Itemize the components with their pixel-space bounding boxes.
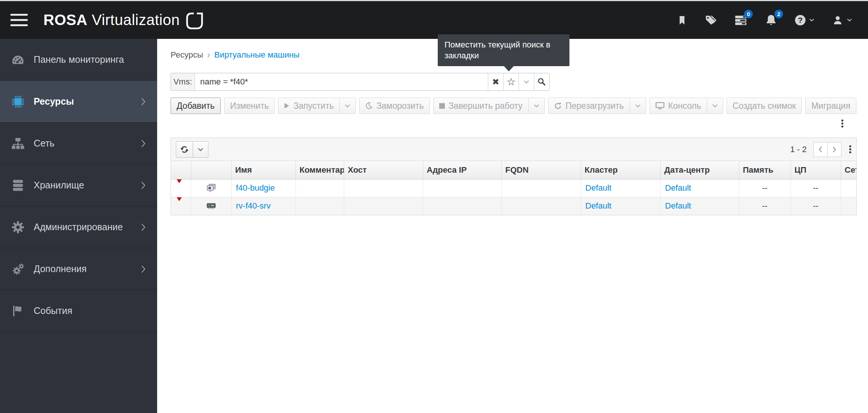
breadcrumb-current[interactable]: Виртуальные машины — [214, 50, 300, 60]
snapshot-button[interactable]: Создать снимок — [727, 98, 802, 114]
sidebar-item-addons[interactable]: Дополнения — [0, 248, 157, 290]
tasks-button[interactable]: 0 — [734, 14, 747, 27]
prev-page-button[interactable] — [813, 142, 828, 157]
cpu-cell: -- — [791, 179, 841, 197]
add-vm-button[interactable]: Добавить — [171, 98, 221, 114]
tags-button[interactable] — [705, 14, 717, 26]
vm-name-link[interactable]: rv-f40-srv — [236, 201, 271, 210]
datacenter-link[interactable]: Default — [665, 201, 691, 210]
run-vm-dropdown[interactable] — [339, 98, 356, 114]
search-icon — [537, 77, 546, 86]
column-memory[interactable]: Память — [739, 161, 791, 179]
bookmark-search-tooltip: Поместить текущий поиск в закладки — [438, 34, 569, 66]
clear-icon: ✖ — [492, 77, 499, 87]
vm-row[interactable]: f40-budgie Default Default -- -- — [171, 179, 856, 197]
ip-cell — [423, 197, 501, 215]
migrate-button[interactable]: Миграция — [805, 98, 856, 114]
run-vm-button[interactable]: Запустить — [278, 98, 340, 114]
status-cell — [171, 179, 191, 197]
shutdown-vm-button[interactable]: Завершить работу — [433, 98, 529, 114]
search-row: Vms: ✖ ☆ — [171, 73, 857, 91]
chevron-right-icon — [141, 223, 146, 232]
sidebar-item-label: Ресурсы — [34, 96, 74, 107]
grid-toolbar: 1 - 2 — [171, 138, 856, 161]
desktop-vm-icon — [196, 184, 227, 192]
help-menu-button[interactable]: ? — [795, 15, 814, 25]
console-button-group: Консоль — [650, 98, 723, 114]
column-fqdn[interactable]: FQDN — [501, 161, 581, 179]
chevron-down-icon — [847, 18, 852, 22]
sidebar-item-dashboard[interactable]: Панель мониторинга — [0, 39, 157, 81]
column-cluster[interactable]: Кластер — [581, 161, 660, 179]
refresh-button[interactable] — [176, 141, 193, 158]
next-page-button[interactable] — [827, 142, 841, 157]
vm-name-link[interactable]: f40-budgie — [236, 183, 275, 192]
saved-searches-dropdown[interactable] — [519, 73, 534, 90]
cluster-link[interactable]: Default — [586, 183, 612, 192]
column-datacenter[interactable]: Дата-центр — [660, 161, 739, 179]
bookmark-search-button[interactable]: ☆ — [503, 73, 519, 90]
flag-icon — [10, 304, 25, 318]
reboot-vm-dropdown[interactable] — [630, 98, 646, 114]
vm-table-wrap: Имя Комментарий Хост Адреса IP FQDN Клас… — [171, 161, 856, 215]
play-icon — [284, 102, 290, 109]
network-cell — [841, 197, 856, 215]
hamburger-menu-button[interactable] — [10, 12, 28, 28]
suspend-vm-button[interactable]: Заморозить — [359, 98, 430, 114]
sidebar-item-storage[interactable]: Хранилище — [0, 164, 157, 206]
ip-cell — [423, 179, 501, 197]
console-dropdown[interactable] — [707, 98, 723, 114]
reboot-vm-button[interactable]: Перезагрузить — [548, 98, 630, 114]
chevron-down-icon — [809, 18, 814, 22]
console-button[interactable]: Консоль — [650, 98, 707, 114]
column-network[interactable]: Сеть — [841, 161, 856, 179]
edit-vm-button[interactable]: Изменить — [224, 98, 275, 114]
sidebar-item-network[interactable]: Сеть — [0, 123, 157, 164]
column-cpu[interactable]: ЦП — [791, 161, 841, 179]
grid-kebab-menu-icon[interactable] — [849, 145, 852, 154]
tasks-badge: 0 — [744, 10, 753, 18]
gears-icon — [10, 262, 25, 276]
chevron-right-icon — [141, 139, 146, 148]
brand-title: ROSA Virtualization — [43, 12, 180, 28]
chevron-down-icon — [198, 148, 204, 151]
fqdn-cell — [501, 179, 581, 197]
sidebar-item-label: Панель мониторинга — [34, 54, 124, 65]
column-host[interactable]: Хост — [344, 161, 423, 179]
search-button[interactable] — [534, 73, 549, 90]
bookmark-icon — [677, 15, 687, 26]
sidebar-item-administration[interactable]: Администрирование — [0, 206, 157, 248]
clear-search-button[interactable]: ✖ — [488, 73, 503, 90]
user-menu-button[interactable] — [832, 15, 852, 26]
topbar-actions: 0 2 ? — [677, 14, 852, 27]
chevron-down-icon — [635, 104, 641, 108]
pagination-range: 1 - 2 — [790, 145, 807, 154]
bookmarks-button[interactable] — [677, 15, 687, 26]
name-cell: rv-f40-srv — [231, 197, 296, 215]
column-name[interactable]: Имя — [231, 161, 296, 179]
fqdn-cell — [501, 197, 581, 215]
comment-cell — [296, 179, 344, 197]
search-input[interactable] — [195, 73, 488, 90]
notifications-button[interactable]: 2 — [765, 14, 777, 27]
chevron-down-icon — [345, 104, 351, 108]
gear-icon — [10, 221, 25, 234]
network-cell — [841, 179, 856, 197]
column-type — [191, 161, 231, 179]
column-comment[interactable]: Комментарий — [296, 161, 344, 179]
moon-icon — [365, 102, 373, 110]
sidebar-item-compute[interactable]: Ресурсы — [0, 81, 157, 123]
shutdown-button-group: Завершить работу — [433, 98, 545, 114]
cluster-link[interactable]: Default — [586, 201, 612, 210]
actions-overflow-row — [171, 119, 857, 128]
column-ip[interactable]: Адреса IP — [423, 161, 501, 179]
question-icon: ? — [795, 15, 806, 25]
datacenter-link[interactable]: Default — [665, 183, 691, 192]
sidebar-item-events[interactable]: События — [0, 290, 157, 332]
refresh-rate-dropdown[interactable] — [193, 141, 208, 158]
kebab-menu-icon[interactable] — [841, 119, 844, 128]
vm-row[interactable]: rv-f40-srv Default Default -- -- — [171, 197, 856, 215]
sidebar-item-label: Дополнения — [34, 263, 87, 274]
shutdown-vm-dropdown[interactable] — [528, 98, 545, 114]
user-icon — [832, 15, 843, 26]
